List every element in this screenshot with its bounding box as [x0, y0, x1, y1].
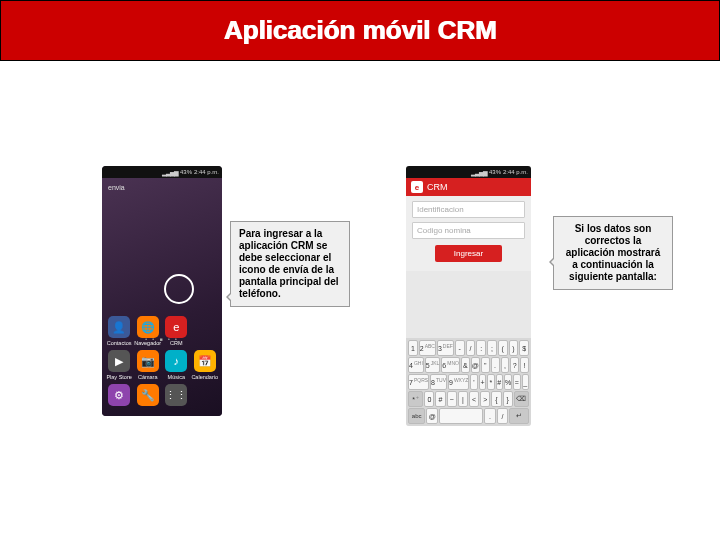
key[interactable]: . — [484, 408, 496, 424]
app-bar-title: CRM — [427, 182, 448, 192]
app-icon[interactable] — [191, 316, 218, 346]
app-icon[interactable]: ⋮⋮ — [163, 384, 189, 408]
app-icon[interactable]: 🌐Navegador — [134, 316, 161, 346]
key-mode[interactable]: abc — [408, 408, 425, 424]
app-glyph-icon: ♪ — [165, 350, 187, 372]
brand-label: envia — [108, 184, 125, 191]
key-enter[interactable]: ↵ — [509, 408, 529, 424]
key[interactable]: @ — [471, 357, 480, 373]
key[interactable]: # — [435, 391, 445, 407]
key[interactable]: & — [461, 357, 470, 373]
app-label: Contactos — [107, 340, 132, 346]
slide-body: ▂▃▅▆ 43% 2:44 p.m. envia • • ■ • • 👤Cont… — [0, 61, 720, 540]
app-grid: 👤Contactos🌐NavegadoreCRM▶Play Store📷Cáma… — [102, 316, 222, 408]
app-icon[interactable] — [191, 384, 218, 408]
key[interactable]: ~ — [447, 391, 457, 407]
key-space[interactable] — [439, 408, 483, 424]
app-label: Cámara — [138, 374, 158, 380]
key[interactable]: : — [476, 340, 486, 356]
app-icon[interactable]: ▶Play Store — [106, 350, 132, 380]
key[interactable]: 3DEF — [437, 340, 454, 356]
key[interactable]: " — [481, 357, 490, 373]
ingresar-button[interactable]: Ingresar — [435, 245, 503, 262]
key[interactable]: ! — [520, 357, 529, 373]
phone-home-screen: ▂▃▅▆ 43% 2:44 p.m. envia • • ■ • • 👤Cont… — [102, 166, 222, 416]
app-glyph-icon: e — [165, 316, 187, 338]
key[interactable]: { — [491, 391, 501, 407]
app-glyph-icon: ▶ — [108, 350, 130, 372]
key[interactable]: + — [479, 374, 486, 390]
signal-icon: ▂▃▅▆ — [471, 169, 487, 176]
app-glyph-icon: ⚙ — [108, 384, 130, 406]
key[interactable]: 2ABC — [419, 340, 436, 356]
codigo-nomina-input[interactable]: Codigo nomina — [412, 222, 525, 239]
key[interactable]: ⌫ — [514, 391, 529, 407]
key[interactable]: ; — [487, 340, 497, 356]
key[interactable]: ( — [498, 340, 508, 356]
app-glyph-icon: 📷 — [137, 350, 159, 372]
app-bar: e CRM — [406, 178, 531, 196]
app-icon[interactable]: 📅Calendario — [191, 350, 218, 380]
page-title: Aplicación móvil CRM — [223, 15, 496, 46]
key[interactable]: } — [503, 391, 513, 407]
battery-text: 43% — [489, 169, 501, 175]
key[interactable]: 7PQRS — [408, 374, 429, 390]
key[interactable]: @ — [426, 408, 438, 424]
key[interactable]: ) — [509, 340, 519, 356]
identificacion-input[interactable]: Identificacion — [412, 201, 525, 218]
key[interactable]: _ — [522, 374, 529, 390]
envia-logo-icon: e — [411, 181, 423, 193]
app-label: Play Store — [106, 374, 131, 380]
app-glyph-icon: 🔧 — [137, 384, 159, 406]
key[interactable]: * — [487, 374, 494, 390]
key[interactable]: , — [501, 357, 510, 373]
app-glyph-icon: 📅 — [194, 350, 216, 372]
soft-keyboard: 12ABC3DEF-/:;()$ 4GHI5JKL6MNO&@".,?! 7PQ… — [406, 338, 531, 426]
key[interactable]: 4GHI — [408, 357, 424, 373]
callout-right: Si los datos son correctos la aplicación… — [553, 216, 673, 290]
key[interactable]: = — [513, 374, 520, 390]
key[interactable]: < — [469, 391, 479, 407]
app-icon[interactable]: eCRM — [163, 316, 189, 346]
key[interactable]: 6MNO — [441, 357, 460, 373]
app-icon[interactable]: 📷Cámara — [134, 350, 161, 380]
key[interactable]: | — [458, 391, 468, 407]
battery-text: 43% — [180, 169, 192, 175]
app-icon[interactable]: ♪Música — [163, 350, 189, 380]
key[interactable]: 1 — [408, 340, 418, 356]
clock-text: 2:44 p.m. — [194, 169, 219, 175]
key[interactable]: / — [497, 408, 509, 424]
app-label: CRM — [170, 340, 183, 346]
key[interactable]: *+ — [408, 391, 423, 407]
login-form: Identificacion Codigo nomina Ingresar — [406, 196, 531, 271]
key[interactable]: > — [480, 391, 490, 407]
key[interactable]: % — [504, 374, 512, 390]
key[interactable]: ' — [470, 374, 477, 390]
app-icon[interactable]: 👤Contactos — [106, 316, 132, 346]
callout-left-text: Para ingresar a la aplicación CRM se deb… — [239, 228, 338, 299]
app-icon[interactable]: ⚙ — [106, 384, 132, 408]
title-banner: Aplicación móvil CRM — [0, 0, 720, 61]
status-bar: ▂▃▅▆ 43% 2:44 p.m. — [406, 166, 531, 178]
key[interactable]: / — [466, 340, 476, 356]
key[interactable]: $ — [519, 340, 529, 356]
key[interactable]: 0 — [424, 391, 434, 407]
clock-text: 2:44 p.m. — [503, 169, 528, 175]
key[interactable]: 5JKL — [425, 357, 441, 373]
app-glyph-icon: ⋮⋮ — [165, 384, 187, 406]
app-glyph-icon: 🌐 — [137, 316, 159, 338]
status-bar: ▂▃▅▆ 43% 2:44 p.m. — [102, 166, 222, 178]
signal-icon: ▂▃▅▆ — [162, 169, 178, 176]
app-label: Navegador — [134, 340, 161, 346]
key[interactable]: 8TUV — [430, 374, 447, 390]
app-icon[interactable]: 🔧 — [134, 384, 161, 408]
key[interactable]: ? — [510, 357, 519, 373]
key[interactable]: 9WXYZ — [448, 374, 469, 390]
key[interactable]: - — [455, 340, 465, 356]
app-glyph-icon: 👤 — [108, 316, 130, 338]
callout-left: Para ingresar a la aplicación CRM se deb… — [230, 221, 350, 307]
key[interactable]: # — [496, 374, 503, 390]
app-label: Música — [168, 374, 185, 380]
key[interactable]: . — [491, 357, 500, 373]
app-label: Calendario — [191, 374, 218, 380]
